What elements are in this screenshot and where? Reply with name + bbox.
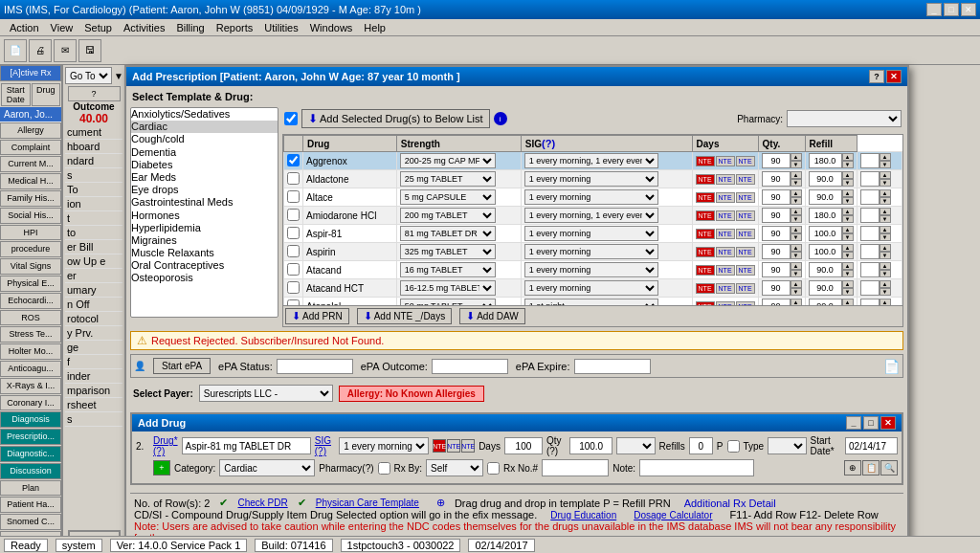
qty-down[interactable]: ▼ xyxy=(842,161,854,168)
qty-input[interactable] xyxy=(809,299,842,306)
qty-down[interactable]: ▼ xyxy=(842,197,854,205)
nte-red[interactable]: NTE xyxy=(696,265,715,276)
row-refill-cell[interactable]: ▲ ▼ xyxy=(857,225,902,243)
drug-field-input[interactable] xyxy=(182,437,311,454)
days-input[interactable] xyxy=(762,280,791,296)
qty-down[interactable]: ▼ xyxy=(842,215,854,223)
refill-input[interactable] xyxy=(860,171,880,187)
row-checkbox-cell[interactable] xyxy=(284,188,303,207)
template-osteo[interactable]: Osteoporosis xyxy=(131,272,278,284)
epa-expire-input[interactable] xyxy=(574,359,651,374)
refill-spinner[interactable]: ▲ ▼ xyxy=(880,226,891,241)
row-nte-cell[interactable]: NTE NTE NTE xyxy=(692,225,758,243)
template-ear[interactable]: Ear Meds xyxy=(131,171,278,184)
refill-up[interactable]: ▲ xyxy=(880,299,891,306)
qty-down[interactable]: ▼ xyxy=(842,270,854,277)
additional-rx-link[interactable]: Additional Rx Detail xyxy=(684,498,776,509)
row-checkbox[interactable] xyxy=(287,263,300,276)
sidebar-discussion[interactable]: Discussion xyxy=(0,463,61,479)
qty-input[interactable] xyxy=(809,280,842,296)
row-checkbox[interactable] xyxy=(287,209,300,221)
refill-input[interactable] xyxy=(860,280,880,296)
row-strength-cell[interactable]: 81 mg TABLET DR xyxy=(396,225,521,243)
row-qty-cell[interactable]: ▲ ▼ xyxy=(805,188,857,207)
row-days-cell[interactable]: ▲ ▼ xyxy=(758,225,805,243)
menu-billing[interactable]: Billing xyxy=(170,21,210,34)
refill-input[interactable] xyxy=(860,262,880,277)
panel-item-inder[interactable]: inder xyxy=(65,369,122,384)
template-muscle[interactable]: Muscle Relaxants xyxy=(131,247,278,259)
panel-item-s2[interactable]: s xyxy=(65,412,122,427)
days-input[interactable] xyxy=(504,437,543,454)
template-diabetes[interactable]: Diabetes xyxy=(131,159,278,171)
menu-action[interactable]: Action xyxy=(4,21,45,34)
qty-input[interactable] xyxy=(809,244,842,259)
refill-spinner[interactable]: ▲ ▼ xyxy=(880,189,891,205)
refill-up[interactable]: ▲ xyxy=(880,244,891,252)
days-up[interactable]: ▲ xyxy=(791,208,802,215)
nte-blue-2[interactable]: NTE xyxy=(736,265,755,276)
template-hyperlipidemia[interactable]: Hyperlipidemia xyxy=(131,222,278,234)
days-input[interactable] xyxy=(762,171,791,187)
template-cough[interactable]: Cough/cold xyxy=(131,133,278,145)
refill-down[interactable]: ▼ xyxy=(880,179,891,187)
qty-up[interactable]: ▲ xyxy=(842,208,854,215)
nte-red[interactable]: NTE xyxy=(696,174,715,185)
days-spinner[interactable]: ▲ ▼ xyxy=(791,280,802,296)
row-nte-cell[interactable]: NTE NTE NTE xyxy=(692,261,758,279)
row-strength-cell[interactable]: 200 mg TABLET xyxy=(396,207,521,225)
days-up[interactable]: ▲ xyxy=(791,189,802,197)
qty-input[interactable] xyxy=(809,189,842,205)
sig-dropdown[interactable]: 1 every morning, 1 every evening xyxy=(524,153,658,168)
row-checkbox[interactable] xyxy=(287,281,300,294)
go-to-arrow[interactable]: ▼ xyxy=(114,71,123,81)
qty-spinner[interactable]: ▲ ▼ xyxy=(842,171,854,187)
row-refill-cell[interactable]: ▲ ▼ xyxy=(857,207,902,225)
row-checkbox-cell[interactable] xyxy=(284,298,303,307)
refill-spinner[interactable]: ▲ ▼ xyxy=(880,171,891,187)
nte-red[interactable]: NTE xyxy=(696,283,715,294)
add-nte-btn[interactable]: ⬇ Add NTE _/Days xyxy=(357,308,452,324)
nte-icon-3[interactable]: NTE xyxy=(461,439,475,453)
nte-blue-1[interactable]: NTE xyxy=(716,229,735,239)
go-to-select[interactable]: Go To xyxy=(65,67,112,84)
sidebar-medical-h[interactable]: Medical H... xyxy=(0,173,61,189)
nte-blue-2[interactable]: NTE xyxy=(736,283,755,294)
row-qty-cell[interactable]: ▲ ▼ xyxy=(805,243,857,261)
sidebar-holter[interactable]: Holter Mo... xyxy=(0,343,61,360)
strength-select[interactable]: 16-12.5 mg TABLET xyxy=(400,280,496,296)
row-checkbox-cell[interactable] xyxy=(284,170,303,188)
row-nte-cell[interactable]: NTE NTE NTE xyxy=(692,243,758,261)
strength-select[interactable]: 81 mg TABLET DR xyxy=(400,226,496,241)
panel-item-ndard[interactable]: ndard xyxy=(65,154,122,168)
refill-spinner[interactable]: ▲ ▼ xyxy=(880,262,891,277)
days-down[interactable]: ▼ xyxy=(791,215,802,223)
row-sig-cell[interactable]: 1 every morning xyxy=(521,170,692,188)
days-spinner[interactable]: ▲ ▼ xyxy=(791,299,802,306)
row-days-cell[interactable]: ▲ ▼ xyxy=(758,188,805,207)
info-icon[interactable]: i xyxy=(494,112,507,125)
refill-up[interactable]: ▲ xyxy=(880,153,891,161)
sidebar-prescription[interactable]: Prescriptio... xyxy=(0,429,61,445)
nte-blue-2[interactable]: NTE xyxy=(736,192,755,203)
nte-icon-1[interactable]: NTE xyxy=(433,439,446,453)
qty-spinner[interactable]: ▲ ▼ xyxy=(842,244,854,259)
row-nte-cell[interactable]: NTE NTE NTE xyxy=(692,207,758,225)
panel-item-document[interactable]: cument xyxy=(65,125,122,140)
row-checkbox[interactable] xyxy=(287,245,300,257)
payer-select[interactable]: Surescripts LLC - xyxy=(199,385,333,402)
row-sig-cell[interactable]: 1 at night xyxy=(521,298,692,307)
days-down[interactable]: ▼ xyxy=(791,270,802,277)
panel-item-to2[interactable]: to xyxy=(65,226,122,240)
sidebar-diagnosis[interactable]: Diagnosis xyxy=(0,411,61,428)
row-sig-cell[interactable]: 1 every morning xyxy=(521,279,692,298)
add-selected-btn[interactable]: ⬇ Add Selected Drug(s) to Below List xyxy=(301,109,490,128)
refill-spinner[interactable]: ▲ ▼ xyxy=(880,280,891,296)
rx-by-checkbox[interactable] xyxy=(487,462,500,475)
dialog-title-buttons[interactable]: ? ✕ xyxy=(869,70,902,83)
panel-item-ion[interactable]: ion xyxy=(65,197,122,211)
row-checkbox-cell[interactable] xyxy=(284,207,303,225)
days-spinner[interactable]: ▲ ▼ xyxy=(791,208,802,223)
panel-item-rotocol[interactable]: rotocol xyxy=(65,312,122,326)
template-hormones[interactable]: Hormones xyxy=(131,210,278,222)
